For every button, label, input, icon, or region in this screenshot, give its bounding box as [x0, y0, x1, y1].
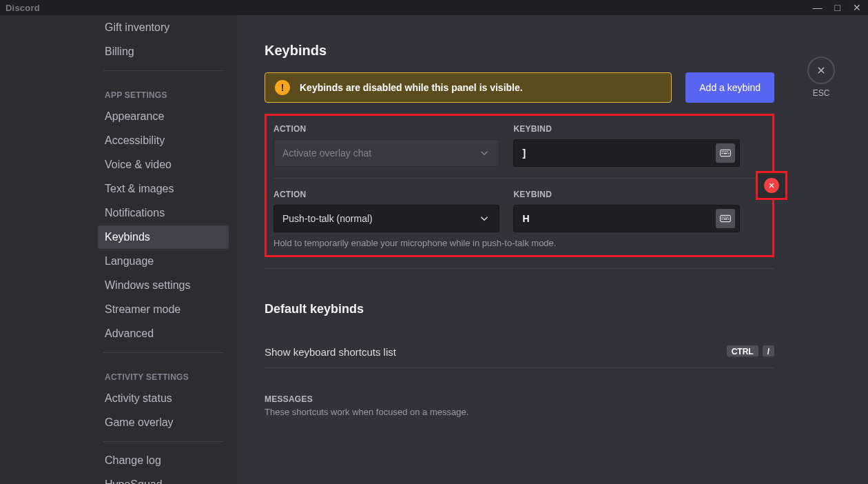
window-controls: — □ ✕	[813, 2, 868, 13]
default-keybind-label: Show keyboard shortcuts list	[265, 346, 396, 358]
keybind-list-highlight: ACTION Activate overlay chat KEYBIND ]	[265, 114, 774, 257]
sidebar-item-notifications[interactable]: Notifications	[98, 201, 229, 225]
sidebar-item-accessibility[interactable]: Accessibility	[98, 129, 229, 152]
app-brand: Discord	[0, 3, 40, 13]
sidebar-item-voice-video[interactable]: Voice & video	[98, 153, 229, 177]
add-keybind-button[interactable]: Add a keybind	[685, 72, 774, 103]
sidebar-item-billing[interactable]: Billing	[98, 40, 229, 63]
sidebar-item-windows-settings[interactable]: Windows settings	[98, 274, 229, 297]
sidebar-item-hypesquad[interactable]: HypeSquad	[98, 473, 229, 484]
sidebar-item-appearance[interactable]: Appearance	[98, 105, 229, 128]
warning-banner: ! Keybinds are disabled while this panel…	[265, 72, 672, 103]
action-select[interactable]: Activate overlay chat	[273, 139, 499, 167]
keybind-row: ACTION Activate overlay chat KEYBIND ]	[273, 121, 765, 167]
sidebar-item-streamer-mode[interactable]: Streamer mode	[98, 298, 229, 321]
window-maximize[interactable]: □	[835, 2, 840, 13]
svg-rect-10	[723, 216, 724, 217]
kbd-key: /	[763, 345, 774, 358]
keybind-label: KEYBIND	[513, 190, 739, 199]
row-divider	[273, 178, 765, 179]
action-select[interactable]: Push-to-talk (normal)	[273, 205, 499, 232]
keybind-input[interactable]: H	[513, 205, 739, 232]
svg-rect-14	[723, 219, 727, 219]
keybind-hint: Hold to temporarily enable your micropho…	[273, 238, 765, 248]
page-title: Keybinds	[265, 43, 774, 59]
sidebar-item-activity-status[interactable]: Activity status	[98, 387, 229, 410]
svg-rect-3	[725, 151, 726, 152]
svg-rect-9	[722, 216, 723, 217]
close-label: ESC	[807, 88, 835, 98]
svg-rect-13	[722, 219, 723, 219]
svg-rect-11	[725, 216, 726, 217]
close-settings: ESC	[807, 57, 835, 98]
chevron-down-icon	[478, 147, 490, 159]
sidebar-item-change-log[interactable]: Change log	[98, 449, 229, 472]
window-close[interactable]: ✕	[853, 2, 861, 13]
kbd-key: CTRL	[727, 345, 758, 358]
default-keybind-keys: CTRL /	[727, 345, 774, 358]
close-icon	[816, 65, 827, 76]
svg-rect-5	[722, 153, 723, 154]
warning-text: Keybinds are disabled while this panel i…	[300, 82, 523, 93]
svg-rect-12	[727, 216, 728, 217]
sidebar-item-keybinds[interactable]: Keybinds	[98, 225, 229, 249]
svg-rect-6	[723, 153, 727, 154]
sidebar-header-activity-settings: ACTIVITY SETTINGS	[98, 360, 229, 386]
record-keybind-button[interactable]	[716, 143, 735, 163]
window-minimize[interactable]: —	[813, 2, 823, 13]
sidebar-item-advanced[interactable]: Advanced	[98, 322, 229, 345]
svg-rect-1	[722, 151, 723, 152]
warning-icon: !	[275, 80, 290, 95]
delete-keybind-highlight	[756, 171, 787, 200]
keybind-row: ACTION Push-to-talk (normal) KEYBIND H	[273, 187, 765, 248]
action-label: ACTION	[273, 124, 499, 134]
close-button[interactable]	[807, 57, 835, 84]
messages-hint: These shortcuts work when focused on a m…	[265, 407, 774, 417]
record-keybind-button[interactable]	[716, 209, 735, 228]
sidebar-item-text-images[interactable]: Text & images	[98, 177, 229, 201]
keybind-value: H	[522, 213, 529, 224]
keybind-value: ]	[522, 148, 526, 159]
sidebar-divider	[103, 352, 223, 353]
default-keybind-row: Show keyboard shortcuts list CTRL /	[265, 336, 774, 368]
sidebar-divider	[103, 70, 223, 71]
keybind-input[interactable]: ]	[513, 139, 739, 167]
settings-content: ESC Keybinds ! Keybinds are disabled whi…	[237, 15, 868, 484]
chevron-down-icon	[478, 212, 490, 225]
sidebar-item-game-overlay[interactable]: Game overlay	[98, 411, 229, 434]
delete-keybind-button[interactable]	[764, 178, 779, 193]
sidebar-header-app-settings: APP SETTINGS	[98, 78, 229, 104]
close-icon	[767, 181, 776, 190]
keyboard-icon	[720, 214, 731, 223]
svg-rect-2	[723, 151, 724, 152]
sidebar-divider	[103, 441, 223, 442]
action-select-value: Push-to-talk (normal)	[282, 213, 373, 224]
svg-rect-7	[728, 153, 729, 154]
keyboard-icon	[720, 149, 731, 157]
sidebar-item-language[interactable]: Language	[98, 250, 229, 273]
section-divider	[265, 268, 774, 269]
svg-rect-4	[727, 151, 728, 152]
titlebar: Discord — □ ✕	[0, 0, 868, 15]
action-select-value: Activate overlay chat	[282, 148, 371, 159]
settings-sidebar: Gift inventory Billing APP SETTINGS Appe…	[0, 15, 237, 484]
svg-rect-15	[728, 219, 729, 219]
sidebar-item-gift-inventory[interactable]: Gift inventory	[98, 16, 229, 39]
action-label: ACTION	[273, 190, 499, 199]
keybind-label: KEYBIND	[513, 124, 739, 134]
default-keybinds-title: Default keybinds	[265, 302, 774, 316]
messages-header: MESSAGES	[265, 394, 774, 404]
